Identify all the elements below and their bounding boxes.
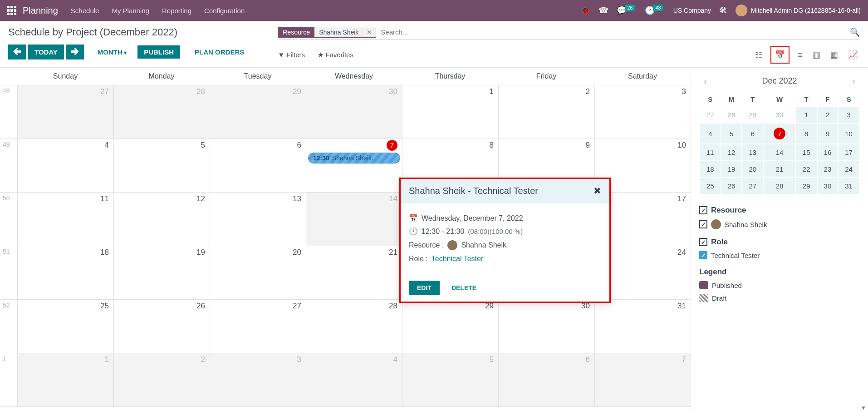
role-group-checkbox[interactable] (699, 238, 707, 246)
mini-cal-day[interactable]: 11 (700, 144, 721, 160)
mini-prev-icon[interactable]: ‹ (699, 74, 711, 88)
gantt-view-icon[interactable]: ☷ (753, 48, 764, 62)
calendar-cell[interactable]: 5 (402, 353, 498, 406)
pivot-view-icon[interactable]: ▦ (829, 48, 840, 62)
calendar-cell[interactable]: 3 (594, 85, 691, 139)
menu-reporting[interactable]: Reporting (162, 7, 191, 15)
calendar-cell[interactable]: 28 (113, 85, 210, 139)
calendar-cell[interactable]: 6 (210, 139, 306, 192)
scale-dropdown[interactable]: MONTH (92, 45, 132, 59)
menu-configuration[interactable]: Configuration (204, 7, 245, 15)
search-input[interactable] (376, 26, 850, 38)
calendar-event[interactable]: 12:30 Shahna Sheik... (308, 153, 400, 163)
mini-cal-day[interactable]: 13 (742, 144, 763, 160)
mini-cal-day[interactable]: 30 (818, 178, 838, 194)
mini-cal-day[interactable]: 18 (700, 161, 721, 177)
role-item-checkbox[interactable] (699, 251, 707, 259)
filters-dropdown[interactable]: ▼ Filters (278, 51, 305, 59)
mini-cal-day[interactable]: 12 (721, 144, 742, 160)
calendar-cell[interactable]: 2 (113, 353, 210, 406)
calendar-cell[interactable]: 3 (210, 353, 306, 406)
calendar-cell[interactable]: 28 (306, 300, 402, 353)
calendar-cell[interactable]: 27 (17, 85, 113, 139)
next-button[interactable]: 🡲 (66, 45, 84, 59)
list-view-icon[interactable]: ≡ (796, 49, 804, 62)
publish-button[interactable]: PUBLISH (137, 45, 180, 59)
calendar-cell[interactable]: 6 (498, 353, 594, 406)
mini-cal-day[interactable]: 14 (764, 144, 795, 160)
scroll-down-icon[interactable]: ▼ (861, 405, 866, 411)
calendar-cell[interactable]: 1 (402, 85, 498, 139)
brand-title[interactable]: Planning (23, 5, 58, 16)
edit-button[interactable]: EDIT (409, 281, 440, 295)
calendar-cell[interactable]: 712:30 Shahna Sheik... (306, 139, 402, 192)
user-menu[interactable]: Mitchell Admin DG (21628854-16-0-all) (736, 5, 861, 16)
mini-cal-day[interactable]: 28 (764, 178, 795, 194)
calendar-cell[interactable]: 27 (210, 300, 306, 353)
plan-orders-button[interactable]: PLAN ORDERS (188, 45, 250, 59)
mini-cal-day[interactable]: 26 (721, 178, 742, 194)
popover-role-link[interactable]: Technical Tester (432, 255, 483, 263)
calendar-cell[interactable]: 7 (594, 353, 691, 406)
today-button[interactable]: TODAY (28, 45, 64, 59)
mini-cal-day[interactable]: 4 (700, 124, 721, 144)
resource-group-checkbox[interactable] (699, 206, 707, 214)
calendar-cell[interactable]: 13 (210, 193, 306, 246)
calendar-cell[interactable]: 12 (113, 193, 210, 246)
debug-tools-icon[interactable]: 🛠 (719, 6, 727, 15)
calendar-cell[interactable]: 25 (17, 300, 113, 353)
calendar-cell[interactable]: 30 (498, 300, 594, 353)
favorites-dropdown[interactable]: ★ Favorites (318, 51, 353, 59)
calendar-cell[interactable]: 29 (402, 300, 498, 353)
mini-cal-day[interactable]: 9 (818, 124, 838, 144)
mini-cal-day[interactable]: 21 (764, 161, 795, 177)
facet-remove-icon[interactable]: ✕ (363, 27, 376, 37)
mini-cal-day[interactable]: 10 (839, 124, 859, 144)
mini-cal-day[interactable]: 5 (721, 124, 742, 144)
calendar-cell[interactable]: 21 (306, 246, 402, 299)
mini-cal-day[interactable]: 1 (796, 107, 817, 123)
mini-cal-day[interactable]: 29 (796, 178, 817, 194)
menu-my-planning[interactable]: My Planning (112, 7, 149, 15)
mini-next-icon[interactable]: › (848, 74, 860, 88)
mini-cal-day[interactable]: 15 (796, 144, 817, 160)
calendar-cell[interactable]: 31 (594, 300, 691, 353)
kanban-view-icon[interactable]: ▥ (811, 48, 822, 62)
calendar-cell[interactable]: 20 (210, 246, 306, 299)
calendar-cell[interactable]: 2 (498, 85, 594, 139)
mini-cal-day[interactable]: 29 (742, 107, 763, 123)
calendar-cell[interactable]: 30 (306, 85, 402, 139)
calendar-cell[interactable]: 29 (210, 85, 306, 139)
mini-cal-day[interactable]: 6 (742, 124, 763, 144)
mini-cal-day[interactable]: 19 (721, 161, 742, 177)
close-icon[interactable]: ✖ (593, 185, 601, 196)
calendar-cell[interactable]: 4 (306, 353, 402, 406)
mini-cal-day[interactable]: 16 (818, 144, 838, 160)
mini-cal-day[interactable]: 28 (721, 107, 742, 123)
mini-cal-day[interactable]: 22 (796, 161, 817, 177)
mini-cal-day[interactable]: 2 (818, 107, 838, 123)
calendar-cell[interactable]: 19 (113, 246, 210, 299)
mini-cal-day[interactable]: 7 (764, 124, 795, 144)
apps-icon[interactable] (7, 6, 16, 15)
mini-cal-day[interactable]: 31 (839, 178, 859, 194)
support-icon[interactable]: ☎ (598, 5, 608, 15)
messaging-icon[interactable]: 💬26 (617, 5, 637, 15)
graph-view-icon[interactable]: 📈 (846, 48, 860, 62)
resource-item-checkbox[interactable] (699, 220, 707, 228)
bug-icon[interactable]: 🐞 (580, 5, 590, 15)
prev-button[interactable]: 🡰 (8, 45, 26, 59)
calendar-cell[interactable]: 4 (17, 139, 113, 192)
mini-cal-day[interactable]: 27 (742, 178, 763, 194)
mini-cal-day[interactable]: 20 (742, 161, 763, 177)
mini-cal-day[interactable]: 25 (700, 178, 721, 194)
calendar-cell[interactable]: 11 (17, 193, 113, 246)
calendar-cell[interactable]: 1 (17, 353, 113, 406)
delete-button[interactable]: DELETE (447, 281, 481, 295)
calendar-cell[interactable]: 5 (113, 139, 210, 192)
calendar-view-icon[interactable]: 📅 (770, 46, 790, 64)
mini-cal-day[interactable]: 27 (700, 107, 721, 123)
calendar-cell[interactable]: 18 (17, 246, 113, 299)
mini-cal-day[interactable]: 24 (839, 161, 859, 177)
calendar-cell[interactable]: 14 (306, 193, 402, 246)
